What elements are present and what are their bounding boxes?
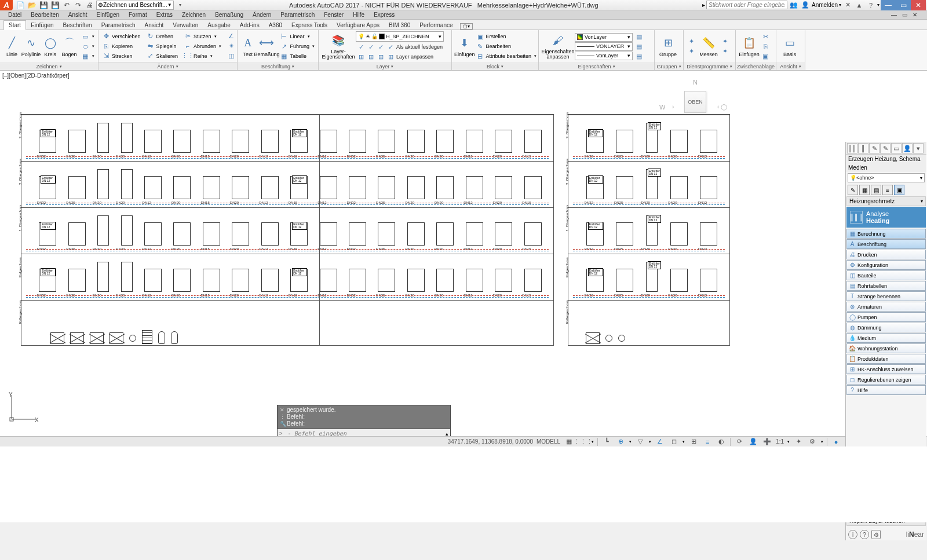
sb-tab3[interactable]: ▤	[871, 185, 881, 195]
heating-unit[interactable]	[407, 222, 425, 246]
heating-unit[interactable]: Entlüfter DN 12	[39, 269, 56, 292]
menu-einfuegen[interactable]: Einfügen	[92, 12, 124, 18]
sb-btn-pumpen[interactable]: ◯Pumpen	[846, 312, 926, 322]
linie-button[interactable]: ╱Linie	[2, 31, 21, 61]
boiler-unit[interactable]	[70, 332, 84, 344]
tab-ausgabe[interactable]: Ausgabe	[203, 21, 235, 30]
prop-extra2[interactable]: ▤	[634, 42, 644, 51]
doc-restore-icon[interactable]: ▭	[899, 10, 910, 20]
lineweight-combo[interactable]: VonLayer▾	[575, 52, 633, 60]
help-search-input[interactable]	[706, 1, 787, 9]
ucs-icon[interactable]: X Y	[7, 392, 39, 424]
scale-button[interactable]: 1:1	[776, 438, 784, 445]
heating-unit[interactable]	[261, 222, 279, 246]
heating-unit[interactable]	[495, 176, 512, 199]
polylinie-button[interactable]: ∿Polylinie	[21, 31, 41, 61]
snapmode-icon[interactable]: ⋮⋮⋮	[578, 437, 588, 446]
heating-unit[interactable]	[700, 130, 717, 153]
util1[interactable]: ✦	[686, 37, 696, 46]
app-logo-icon[interactable]: A	[0, 0, 13, 10]
drawing-right[interactable]: 3. ObergeschossEntlüfter DN 12Entlüfter …	[568, 114, 730, 346]
hatch-button[interactable]: ▦▾	[80, 52, 96, 61]
pump-icon[interactable]	[618, 335, 625, 342]
tab-performance[interactable]: Performance	[415, 21, 457, 30]
heating-unit[interactable]	[670, 222, 688, 246]
heating-unit[interactable]: Entlüfter DN 12	[39, 130, 56, 153]
exchange-icon[interactable]: ✕	[842, 1, 853, 10]
heating-unit[interactable]	[466, 176, 483, 199]
doc-minimize-icon[interactable]: ―	[889, 10, 899, 20]
viewport[interactable]: [–][Oben][2D-Drahtkörper] N W › ‹ ◯ OBEN…	[0, 71, 927, 522]
util4[interactable]: ✦	[720, 47, 730, 56]
viewcube-w[interactable]: W	[659, 104, 665, 111]
create-button[interactable]: ▣Erstellen	[475, 32, 538, 41]
save-icon[interactable]: 💾	[38, 1, 49, 10]
menu-ansicht[interactable]: Ansicht	[64, 12, 92, 18]
sb-tool4-icon[interactable]: ✎	[880, 143, 890, 153]
heating-unit[interactable]	[68, 130, 86, 153]
buffer-tank[interactable]	[171, 331, 178, 344]
viewcube-left-arrow-icon[interactable]: ›	[672, 104, 674, 110]
tab-parametrisch[interactable]: Parametrisch	[97, 21, 140, 30]
boiler-unit[interactable]	[110, 332, 123, 344]
stayconnected-icon[interactable]: ▲	[854, 1, 864, 10]
heating-unit[interactable]	[466, 269, 483, 292]
heating-unit[interactable]	[121, 169, 133, 199]
heating-unit[interactable]: Entlüfter DN 12	[290, 130, 308, 153]
heating-unit[interactable]	[320, 130, 337, 153]
linear-button[interactable]: ⊢Linear▾	[279, 32, 316, 41]
gear-icon[interactable]: ⚙	[807, 437, 817, 446]
heating-unit[interactable]	[97, 123, 109, 153]
pump-icon[interactable]	[605, 335, 612, 342]
redo-icon[interactable]: ↷	[73, 1, 83, 10]
spiegeln-button[interactable]: ⇋Spiegeln	[145, 42, 180, 51]
heating-unit[interactable]: Entlüfter DN 12	[39, 176, 56, 199]
gruppe-button[interactable]: ⊞Gruppe	[657, 31, 679, 61]
annoscale-icon[interactable]: ✦	[793, 437, 804, 446]
menu-aendern[interactable]: Ändern	[248, 12, 276, 18]
user-icon[interactable]: 👤	[800, 1, 811, 10]
heating-unit[interactable]	[144, 269, 162, 292]
sb-tool5-icon[interactable]: ▭	[891, 143, 902, 153]
sb-tab1[interactable]: ✎	[848, 185, 858, 195]
tab-expresstools[interactable]: Express Tools	[287, 21, 332, 30]
text-button[interactable]: AText	[240, 31, 256, 61]
heating-unit[interactable]	[261, 176, 279, 199]
heating-unit[interactable]: Entlüfter DN 12	[290, 222, 308, 246]
grid-icon[interactable]: ▦	[564, 437, 574, 446]
heating-unit[interactable]	[349, 222, 366, 246]
heating-unit[interactable]	[121, 215, 133, 246]
heating-unit[interactable]	[436, 222, 454, 246]
3dosnap-icon[interactable]: ◻	[669, 437, 679, 446]
heating-unit[interactable]	[616, 222, 633, 246]
heating-unit[interactable]	[670, 269, 688, 292]
tab-verwalten[interactable]: Verwalten	[168, 21, 203, 30]
sb-tool2-icon[interactable]: ║	[858, 143, 868, 153]
heating-unit[interactable]	[495, 269, 512, 292]
heating-unit[interactable]: Entlüfter DN 12	[586, 269, 604, 292]
heating-unit[interactable]	[261, 269, 279, 292]
sb-btn-medium[interactable]: 💧Medium	[846, 333, 926, 343]
sb-tab2[interactable]: ▦	[859, 185, 870, 195]
heating-unit[interactable]	[173, 130, 191, 153]
heating-unit[interactable]	[670, 176, 688, 199]
sb-btn-bauteile[interactable]: ◫Bauteile	[846, 270, 926, 280]
sb-tool1-icon[interactable]: ║║	[847, 143, 857, 153]
sb-btn-strngebenennen[interactable]: TStränge benennen	[846, 291, 926, 301]
layer-match-button[interactable]: ⊞⊞⊞⊞Layer anpassen	[356, 52, 444, 61]
heating-unit[interactable]: Entlüfter DN 12	[646, 169, 658, 199]
space-button[interactable]: MODELL	[537, 438, 560, 445]
layer-props-button[interactable]: 📚Layer- Eigenschaften	[321, 31, 356, 61]
otrack-icon[interactable]: ⊞	[688, 437, 699, 446]
tab-start[interactable]: Start	[3, 20, 26, 30]
rect-button[interactable]: ▭▾	[80, 32, 96, 41]
dducs-icon[interactable]: 👤	[748, 437, 758, 446]
paste-button[interactable]: 📋Einfügen	[738, 31, 760, 61]
prop-extra3[interactable]: ▤	[634, 52, 644, 61]
heating-unit[interactable]: Entlüfter DN 12	[646, 123, 658, 153]
doc-close-icon[interactable]: ✕	[910, 10, 920, 20]
kreis-button[interactable]: ◯Kreis	[41, 31, 60, 61]
boiler-unit[interactable]	[586, 332, 600, 344]
close-icon[interactable]: ✕	[911, 0, 926, 10]
erase-button[interactable]: ∠	[226, 32, 236, 41]
